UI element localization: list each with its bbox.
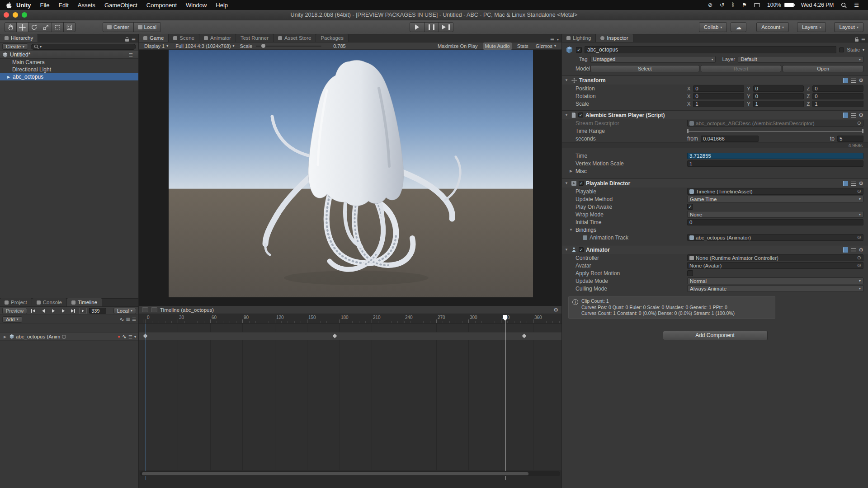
collab-button[interactable]: Collab▾ bbox=[699, 22, 727, 32]
pause-button[interactable] bbox=[424, 22, 439, 32]
layout-button[interactable]: Layout▾ bbox=[834, 22, 863, 32]
tab-console[interactable]: Console bbox=[32, 298, 67, 306]
animation-track-lane[interactable] bbox=[139, 332, 561, 340]
add-component-button[interactable]: Add Component bbox=[663, 331, 768, 340]
scrollbar-thumb[interactable] bbox=[142, 472, 528, 475]
animation-track-field[interactable]: abc_octopus (Animator)⊙ bbox=[687, 234, 863, 241]
component-enabled-checkbox[interactable]: ✓ bbox=[579, 247, 584, 252]
notification-center-icon[interactable]: ☰ bbox=[854, 2, 859, 8]
tab-hierarchy[interactable]: Hierarchy bbox=[0, 34, 38, 42]
position-y-field[interactable]: 0 bbox=[753, 85, 804, 92]
avatar-field[interactable]: None (Avatar)⊙ bbox=[687, 262, 863, 269]
timeline-clip-area[interactable] bbox=[139, 324, 561, 470]
update-method-dropdown[interactable]: Game Time▾ bbox=[687, 196, 863, 202]
tab-game[interactable]: Game bbox=[139, 34, 169, 42]
help-book-icon[interactable] bbox=[843, 181, 848, 186]
seconds-to-field[interactable]: 5 bbox=[837, 136, 863, 142]
add-track-button[interactable]: Add▾ bbox=[2, 316, 22, 323]
stats-toggle[interactable]: Stats bbox=[515, 42, 530, 50]
tab-animator[interactable]: Animator bbox=[199, 34, 236, 42]
initial-time-field[interactable]: 0 bbox=[687, 219, 863, 225]
time-field[interactable]: 3.712855 bbox=[687, 153, 863, 159]
misc-foldout[interactable]: ▶Misc bbox=[562, 167, 868, 175]
rotation-z-field[interactable]: 0 bbox=[812, 93, 863, 99]
gear-icon[interactable]: ⚙ bbox=[859, 113, 863, 118]
tab-timeline[interactable]: Timeline bbox=[67, 298, 102, 306]
timeline-ruler[interactable]: 0 30 60 90 120 150 180 210 240 270 300 3… bbox=[139, 314, 561, 324]
hierarchy-search-input[interactable]: ▾ bbox=[31, 44, 136, 50]
tab-lighting[interactable]: Lighting bbox=[562, 34, 596, 42]
tab-packages[interactable]: Packages bbox=[316, 34, 349, 42]
track-curves-icon[interactable]: ∿ bbox=[122, 333, 127, 340]
frame-number-field[interactable]: 339 bbox=[89, 308, 106, 314]
bindings-foldout[interactable]: ▼Bindings bbox=[562, 226, 868, 234]
menu-assets[interactable]: Assets bbox=[73, 0, 100, 10]
menu-help[interactable]: Help bbox=[211, 0, 232, 10]
spotlight-icon[interactable] bbox=[841, 2, 847, 8]
panel-menu-icon[interactable]: ☰ bbox=[132, 37, 136, 42]
time-machine-icon[interactable]: ↺ bbox=[720, 2, 724, 8]
fold-open-icon[interactable]: ▼ bbox=[564, 113, 569, 117]
model-revert-button[interactable]: Revert bbox=[701, 65, 782, 72]
list-view-icon[interactable] bbox=[142, 307, 148, 312]
position-x-field[interactable]: 0 bbox=[693, 85, 744, 92]
tab-test-runner[interactable]: Test Runner bbox=[236, 34, 274, 42]
model-open-button[interactable]: Open bbox=[783, 65, 863, 72]
previous-frame-button[interactable] bbox=[39, 308, 47, 314]
next-frame-button[interactable] bbox=[59, 308, 67, 314]
input-source-icon[interactable]: ⚑ bbox=[742, 2, 747, 8]
scale-slider-knob[interactable] bbox=[261, 44, 265, 48]
clip-view-icon[interactable] bbox=[151, 307, 157, 312]
scene-menu-icon[interactable]: ☰ bbox=[129, 52, 133, 57]
chevron-down-icon[interactable]: ▾ bbox=[557, 38, 559, 42]
presets-icon[interactable] bbox=[851, 113, 856, 117]
chevron-down-icon[interactable]: ▾ bbox=[134, 335, 136, 339]
fold-open-icon[interactable]: ▼ bbox=[564, 248, 569, 252]
scene-header-row[interactable]: Untitled* ☰ bbox=[0, 51, 138, 59]
update-mode-dropdown[interactable]: Normal▾ bbox=[687, 277, 863, 284]
tag-dropdown[interactable]: Untagged▾ bbox=[590, 56, 716, 63]
vertex-motion-scale-field[interactable]: 1 bbox=[687, 160, 863, 167]
space-mode-button[interactable]: Local bbox=[133, 22, 161, 32]
transform-tool-button[interactable] bbox=[63, 22, 75, 32]
alembic-header[interactable]: ▼ ✓ Alembic Stream Player (Script) ⚙ bbox=[562, 110, 868, 119]
component-enabled-checkbox[interactable]: ✓ bbox=[579, 181, 584, 186]
controller-field[interactable]: None (Runtime Animator Controller)⊙ bbox=[687, 254, 863, 261]
bluetooth-icon[interactable]: ᛒ bbox=[731, 2, 735, 8]
hierarchy-item-main-camera[interactable]: Main Camera bbox=[0, 59, 138, 66]
rotation-y-field[interactable]: 0 bbox=[753, 93, 804, 99]
menubar-clock[interactable]: Wed 4:26 PM bbox=[801, 2, 834, 8]
curves-view-icon[interactable]: ∿ bbox=[120, 316, 124, 323]
help-book-icon[interactable] bbox=[843, 113, 848, 118]
mute-audio-toggle[interactable]: Mute Audio bbox=[483, 42, 512, 50]
rect-tool-button[interactable] bbox=[52, 22, 64, 32]
goto-start-button[interactable] bbox=[29, 308, 37, 314]
play-on-awake-checkbox[interactable]: ✓ bbox=[687, 204, 693, 210]
panel-menu-icon[interactable]: ☰ bbox=[861, 37, 865, 42]
gear-icon[interactable]: ⚙ bbox=[859, 181, 863, 186]
scale-y-field[interactable]: 1 bbox=[753, 101, 804, 107]
play-range-button[interactable] bbox=[79, 308, 87, 314]
menu-unity[interactable]: Unity bbox=[12, 0, 36, 10]
display-dropdown[interactable]: Display 1▾ bbox=[142, 42, 170, 50]
panel-menu-icon[interactable]: ☰ bbox=[550, 37, 554, 42]
scale-x-field[interactable]: 1 bbox=[693, 101, 744, 107]
tab-scene[interactable]: Scene bbox=[169, 34, 199, 42]
hand-tool-button[interactable] bbox=[5, 22, 17, 32]
scale-tool-button[interactable] bbox=[40, 22, 52, 32]
apple-icon[interactable] bbox=[5, 2, 12, 9]
fold-closed-icon[interactable]: ▶ bbox=[2, 335, 8, 339]
timeline-space-dropdown[interactable]: Local▾ bbox=[113, 308, 136, 314]
timeline-horizontal-scrollbar[interactable] bbox=[140, 471, 560, 476]
dnd-icon[interactable]: ⊘ bbox=[708, 2, 712, 8]
wrap-mode-dropdown[interactable]: None▾ bbox=[687, 211, 863, 218]
layers-button[interactable]: Layers▾ bbox=[797, 22, 826, 32]
help-book-icon[interactable] bbox=[843, 78, 848, 83]
scale-slider[interactable] bbox=[256, 46, 321, 47]
scale-z-field[interactable]: 1 bbox=[812, 101, 863, 107]
timeline-options-icon[interactable]: ☰ bbox=[132, 317, 136, 322]
rotation-x-field[interactable]: 0 bbox=[693, 93, 744, 99]
hierarchy-item-abc-octopus[interactable]: ▶abc_octopus bbox=[0, 73, 138, 80]
gear-icon[interactable]: ⚙ bbox=[859, 247, 863, 253]
time-range-slider[interactable] bbox=[687, 128, 863, 134]
